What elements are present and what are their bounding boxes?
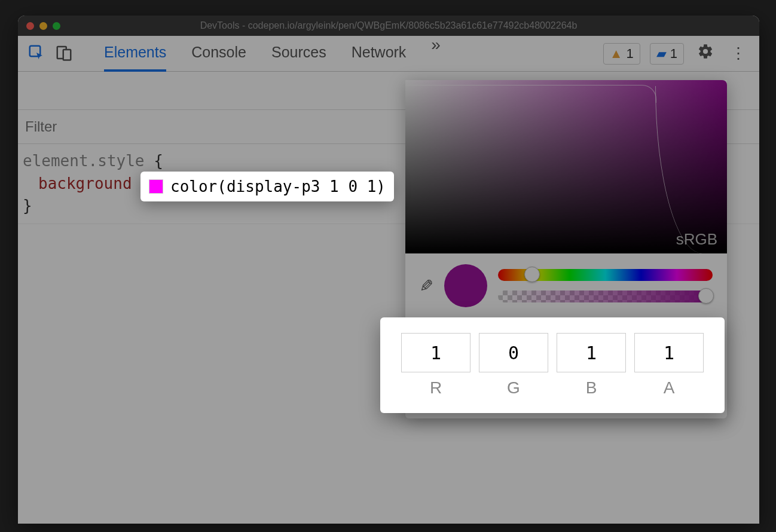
messages-badge[interactable]: ▰ 1 <box>650 43 684 65</box>
brace-open: { <box>154 152 163 170</box>
gamut-label: sRGB <box>676 230 717 249</box>
minimize-window-button[interactable] <box>39 22 47 30</box>
channel-g: G <box>479 333 548 398</box>
color-swatch-mini[interactable] <box>149 179 163 194</box>
tab-sources[interactable]: Sources <box>271 35 326 72</box>
alpha-thumb[interactable] <box>698 288 714 304</box>
channel-input-g[interactable] <box>479 333 548 372</box>
channel-input-b[interactable] <box>557 333 626 372</box>
alpha-slider[interactable] <box>498 291 713 302</box>
channel-label-a: A <box>664 378 675 398</box>
channel-r: R <box>401 333 471 398</box>
inspect-element-icon[interactable] <box>28 44 45 64</box>
window-title: DevTools - codepen.io/argyleink/pen/QWBg… <box>18 20 759 31</box>
hue-thumb[interactable] <box>524 267 540 282</box>
warnings-count: 1 <box>627 46 634 62</box>
channel-label-g: G <box>507 378 520 398</box>
settings-gear-icon[interactable] <box>693 43 717 64</box>
panel-tabs: Elements Console Sources Network » <box>104 35 594 72</box>
tab-console[interactable]: Console <box>191 35 246 72</box>
tabs-overflow-icon[interactable]: » <box>431 35 441 72</box>
svg-rect-2 <box>63 50 71 60</box>
channel-label-r: R <box>430 378 442 398</box>
titlebar: DevTools - codepen.io/argyleink/pen/QWBg… <box>18 16 759 36</box>
devtools-toolbar: Elements Console Sources Network » ▲ 1 ▰… <box>18 36 759 72</box>
brace-close: } <box>23 197 32 215</box>
sliders <box>498 269 713 302</box>
channel-input-r[interactable] <box>401 333 471 372</box>
messages-icon: ▰ <box>656 46 667 62</box>
channel-input-a[interactable] <box>634 333 704 372</box>
color-spectrum[interactable]: sRGB <box>405 80 727 253</box>
tab-elements[interactable]: Elements <box>104 35 166 72</box>
messages-count: 1 <box>670 46 677 62</box>
eyedropper-icon[interactable]: ✎ <box>420 276 433 296</box>
main-area: element.style { background } color(displ… <box>18 72 759 524</box>
color-value-text[interactable]: color(display-p3 1 0 1) <box>170 178 386 195</box>
styles-pane: element.style { background } color(displ… <box>18 72 759 524</box>
more-menu-icon[interactable]: ⋮ <box>727 44 750 63</box>
css-selector: element.style <box>23 152 145 170</box>
zoom-window-button[interactable] <box>53 22 60 30</box>
channel-label-b: B <box>586 378 597 398</box>
traffic-lights <box>26 22 60 30</box>
picker-controls: ✎ <box>405 253 727 311</box>
devtools-window: DevTools - codepen.io/argyleink/pen/QWBg… <box>18 16 759 524</box>
color-value-popup: color(display-p3 1 0 1) <box>140 172 394 201</box>
device-toggle-icon[interactable] <box>55 44 73 64</box>
tab-network[interactable]: Network <box>352 35 407 72</box>
rgba-inputs-popup: RGBA <box>380 317 725 413</box>
hue-slider[interactable] <box>498 269 713 281</box>
close-window-button[interactable] <box>26 22 34 30</box>
css-property-name[interactable]: background <box>38 175 132 192</box>
channel-a: A <box>634 333 704 398</box>
current-color-swatch <box>444 264 487 307</box>
channel-b: B <box>557 333 626 398</box>
gamut-boundary-line <box>655 86 727 253</box>
gamut-boundary-top <box>405 85 656 103</box>
warning-icon: ▲ <box>610 46 623 62</box>
warnings-badge[interactable]: ▲ 1 <box>603 43 640 65</box>
